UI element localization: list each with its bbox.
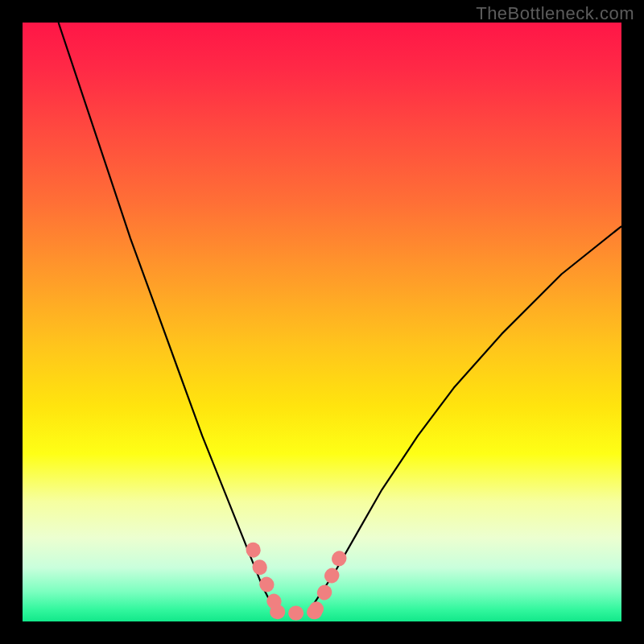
overlay-dots-left xyxy=(253,550,277,609)
curve-right-branch xyxy=(310,226,621,609)
overlay-dots-right xyxy=(316,550,343,609)
plot-area xyxy=(23,23,621,621)
curve-left-branch xyxy=(59,23,275,609)
chart-stage: TheBottleneck.com xyxy=(0,0,644,644)
chart-overlay-svg xyxy=(23,23,621,621)
watermark-text: TheBottleneck.com xyxy=(476,3,634,24)
